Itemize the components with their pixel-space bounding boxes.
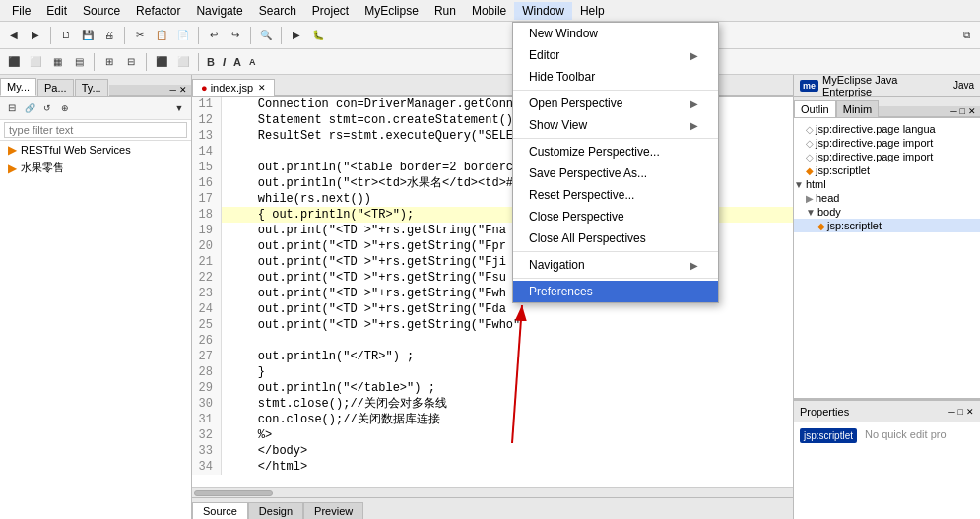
line-content-29[interactable]: out.println("</table>") ;: [222, 380, 793, 396]
menu-editor[interactable]: Editor ▶: [513, 44, 718, 66]
menu-mobile[interactable]: Mobile: [464, 2, 514, 20]
outline-item[interactable]: ▶head: [794, 191, 980, 205]
tree-item-shuiguo[interactable]: ▶ 水果零售: [0, 159, 191, 177]
menu-search[interactable]: Search: [251, 2, 304, 20]
menu-hide-toolbar[interactable]: Hide Toolbar: [513, 66, 718, 88]
editor-tab-index[interactable]: ● index.jsp ✕: [192, 79, 275, 96]
left-tab-pa[interactable]: Pa...: [37, 79, 74, 96]
toolbar2-btn5[interactable]: ⊞: [99, 52, 119, 72]
menu-source[interactable]: Source: [75, 2, 128, 20]
forward-btn[interactable]: ▶: [26, 26, 45, 45]
menu-help[interactable]: Help: [572, 2, 613, 20]
search-input[interactable]: [4, 122, 187, 138]
minim-tab[interactable]: Minim: [836, 100, 879, 117]
line-content-26[interactable]: [222, 333, 793, 349]
menu-navigation[interactable]: Navigation ▶: [513, 254, 718, 276]
line-content-34[interactable]: </html>: [222, 459, 793, 475]
line-content-33[interactable]: </body>: [222, 443, 793, 459]
toolbar2-btn4[interactable]: ▤: [69, 52, 89, 72]
line-content-30[interactable]: stmt.close();//关闭会对多条线: [222, 396, 793, 412]
outline-item[interactable]: ▼body: [794, 205, 980, 219]
menu-navigate[interactable]: Navigate: [188, 2, 250, 20]
run-btn[interactable]: ▶: [287, 26, 306, 45]
props-close-btn[interactable]: ✕: [966, 407, 974, 417]
outline-item[interactable]: ◆jsp:scriptlet: [794, 163, 980, 177]
h-scrollbar-thumb[interactable]: [194, 490, 273, 496]
sync-btn[interactable]: ↺: [39, 100, 55, 116]
props-selection: jsp:scriptlet: [804, 430, 853, 441]
line-content-24[interactable]: out.print("<TD >"+rs.getString("Fda: [222, 301, 793, 317]
debug-btn[interactable]: 🐛: [308, 26, 328, 45]
line-content-32[interactable]: %>: [222, 427, 793, 443]
left-tabs-close[interactable]: ✕: [179, 85, 187, 95]
italic-btn[interactable]: I: [220, 55, 229, 69]
menu-myeclipse[interactable]: MyEclipse: [357, 2, 426, 20]
horizontal-scrollbar[interactable]: [192, 487, 793, 497]
text2-btn[interactable]: A: [246, 56, 259, 68]
line-content-28[interactable]: }: [222, 364, 793, 380]
left-panel-menu-btn[interactable]: ▼: [171, 100, 187, 116]
outline-item[interactable]: ▼html: [794, 177, 980, 191]
redo-btn[interactable]: ↪: [226, 26, 245, 45]
menu-file[interactable]: File: [4, 2, 38, 20]
props-min-btn[interactable]: ─: [948, 407, 954, 417]
props-max-btn[interactable]: □: [958, 407, 963, 417]
menu-reset-perspective[interactable]: Reset Perspective...: [513, 184, 718, 206]
save-btn[interactable]: 💾: [78, 26, 98, 45]
bottom-tab-source[interactable]: Source: [192, 502, 248, 519]
outline-tab[interactable]: Outlin: [794, 100, 836, 117]
undo-btn[interactable]: ↩: [204, 26, 224, 45]
collapse-all-btn[interactable]: ⊟: [4, 100, 20, 116]
menu-new-window[interactable]: New Window: [513, 23, 718, 44]
line-content-31[interactable]: con.close();//关闭数据库连接: [222, 412, 793, 427]
right-min-btn[interactable]: ─: [950, 106, 956, 116]
text-btn[interactable]: A: [230, 55, 244, 69]
perspective-icon[interactable]: ⧉: [956, 26, 976, 45]
tree-item-restful[interactable]: ▶ RESTful Web Services: [0, 141, 191, 159]
toolbar2-btn7[interactable]: ⬛: [152, 52, 171, 72]
menu-show-view[interactable]: Show View ▶: [513, 114, 718, 136]
bold-btn[interactable]: B: [204, 55, 218, 69]
menu-edit[interactable]: Edit: [38, 2, 75, 20]
search-btn[interactable]: 🔍: [256, 26, 276, 45]
link-btn[interactable]: 🔗: [22, 100, 37, 116]
menu-save-perspective[interactable]: Save Perspective As...: [513, 162, 718, 184]
outline-item[interactable]: ◇jsp:directive.page import: [794, 136, 980, 150]
menu-customize-perspective[interactable]: Customize Perspective...: [513, 141, 718, 162]
outline-item[interactable]: ◇jsp:directive.page langua: [794, 122, 980, 136]
bottom-tab-preview[interactable]: Preview: [303, 502, 363, 519]
menu-window[interactable]: Window: [514, 2, 572, 20]
navigation-arrow: ▶: [690, 260, 698, 271]
left-tab-my[interactable]: My...: [0, 78, 36, 96]
bottom-tab-design[interactable]: Design: [248, 502, 303, 519]
menu-run[interactable]: Run: [426, 2, 464, 20]
toolbar2-btn1[interactable]: ⬛: [4, 52, 24, 72]
menu-close-perspective[interactable]: Close Perspective: [513, 206, 718, 227]
menu-refactor[interactable]: Refactor: [128, 2, 188, 20]
menu-close-all-perspectives[interactable]: Close All Perspectives: [513, 227, 718, 249]
copy-btn[interactable]: 📋: [152, 26, 171, 45]
cut-btn[interactable]: ✂: [130, 26, 150, 45]
filter-btn[interactable]: ⊕: [57, 100, 73, 116]
outline-item[interactable]: ◆jsp:scriptlet: [794, 219, 980, 232]
toolbar2-btn3[interactable]: ▦: [47, 52, 67, 72]
menu-project[interactable]: Project: [304, 2, 357, 20]
new-btn[interactable]: 🗋: [56, 26, 76, 45]
print-btn[interactable]: 🖨: [99, 26, 119, 45]
right-close-btn[interactable]: ✕: [968, 106, 976, 116]
editor-tab-close[interactable]: ✕: [258, 83, 266, 93]
menu-preferences[interactable]: Preferences: [513, 281, 718, 302]
right-max-btn[interactable]: □: [960, 106, 965, 116]
code-line-30: 30 stmt.close();//关闭会对多条线: [192, 396, 793, 412]
left-tabs-min[interactable]: ─: [170, 85, 176, 95]
menu-open-perspective[interactable]: Open Perspective ▶: [513, 93, 718, 114]
toolbar2-btn8[interactable]: ⬜: [173, 52, 193, 72]
back-btn[interactable]: ◀: [4, 26, 24, 45]
toolbar2-btn2[interactable]: ⬜: [26, 52, 45, 72]
outline-item[interactable]: ◇jsp:directive.page import: [794, 150, 980, 163]
left-tab-ty[interactable]: Ty...: [75, 79, 108, 96]
line-content-25[interactable]: out.print("<TD >"+rs.getString("Fwho": [222, 317, 793, 333]
toolbar2-btn6[interactable]: ⊟: [121, 52, 141, 72]
paste-btn[interactable]: 📄: [173, 26, 193, 45]
line-content-27[interactable]: out.println("</TR>") ;: [222, 349, 793, 364]
